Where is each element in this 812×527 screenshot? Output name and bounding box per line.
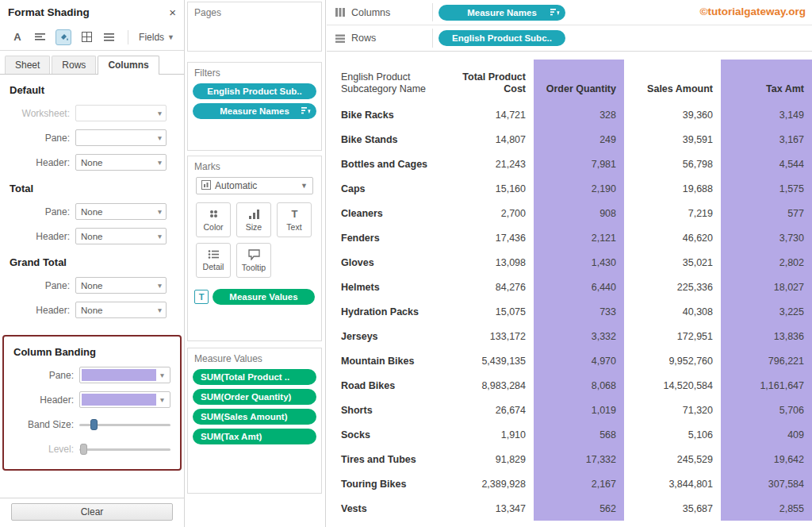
measure-pill-sum-sales-amount[interactable]: SUM(Sales Amount) — [193, 409, 316, 425]
toolbar-divider — [128, 30, 128, 44]
cards-column: Pages Filters English Product Sub..Measu… — [185, 0, 326, 527]
mark-type-dropdown[interactable]: Automatic ▼ — [196, 177, 313, 194]
borders-icon[interactable] — [79, 29, 94, 45]
table-row: Helmets84,2766,440225,33618,027 — [327, 275, 812, 299]
measure-pill-sum-total-product[interactable]: SUM(Total Product .. — [193, 369, 316, 385]
banding-header-color-dropdown[interactable]: ▼ — [79, 391, 170, 408]
format-body: DefaultWorksheet:▼Pane:▼Header:None▼Tota… — [0, 75, 184, 471]
shelf-pill-measure-names[interactable]: Measure Names — [439, 5, 565, 21]
table-row: Touring Bikes2,389,9282,1673,844,801307,… — [327, 471, 812, 496]
shelf-divider — [432, 29, 433, 48]
mark-type-icon — [201, 179, 211, 193]
cell-order-quantity: 908 — [534, 201, 624, 225]
dropdown-value: None — [76, 207, 154, 217]
format-field-row: Pane:None▼ — [0, 273, 184, 298]
tab-sheet[interactable]: Sheet — [5, 56, 50, 74]
filter-pill-english-product-sub[interactable]: English Product Sub.. — [193, 83, 316, 99]
grand-total-pane-dropdown[interactable]: None▼ — [75, 277, 167, 294]
measure-values-pills: SUM(Total Product ..SUM(Order Quantity)S… — [188, 367, 321, 450]
cell-order-quantity: 328 — [534, 102, 624, 127]
cell-sales-amount: 14,520,584 — [624, 373, 721, 398]
pill-label: English Product Sub.. — [207, 87, 301, 96]
format-footer: Clear — [0, 498, 184, 527]
tab-rows[interactable]: Rows — [52, 56, 96, 74]
cell-total-product-cost: 84,276 — [446, 275, 534, 299]
total-header-dropdown[interactable]: None▼ — [75, 228, 167, 244]
total-pane-dropdown[interactable]: None▼ — [75, 203, 167, 220]
color-swatch — [82, 394, 156, 406]
cell-order-quantity: 7,981 — [534, 152, 624, 176]
cell-tax-amt: 18,027 — [721, 275, 812, 299]
filters-pills: English Product Sub..Measure Names — [188, 82, 321, 125]
cell-sales-amount: 3,844,801 — [624, 471, 721, 496]
band-size-slider[interactable] — [79, 418, 170, 431]
cell-total-product-cost: 13,347 — [446, 496, 534, 521]
columns-shelf-pills: Measure Names — [439, 5, 565, 21]
cell-order-quantity: 8,068 — [534, 373, 624, 398]
format-panel-header: Format Shading × — [0, 0, 184, 24]
alignment-icon[interactable] — [33, 29, 48, 45]
cell-tax-amt: 3,167 — [721, 127, 812, 152]
pill-label: SUM(Order Quantity) — [201, 392, 291, 402]
grand-total-header-dropdown[interactable]: None▼ — [75, 302, 167, 318]
chevron-down-icon: ▼ — [154, 233, 166, 240]
cell-total-product-cost: 2,700 — [446, 201, 534, 225]
table-row: Shorts26,6741,01971,3205,706 — [327, 398, 812, 422]
clear-button[interactable]: Clear — [11, 503, 173, 521]
dropdown-value: None — [76, 232, 154, 241]
cell-sales-amount: 56,798 — [624, 152, 721, 176]
banding-pane-color-dropdown[interactable]: ▼ — [79, 367, 170, 383]
cell-tax-amt: 5,706 — [721, 398, 812, 422]
level-slider[interactable] — [79, 443, 170, 456]
measure-values-pill[interactable]: Measure Values — [213, 289, 315, 305]
default-pane-dropdown[interactable]: ▼ — [75, 129, 167, 146]
format-section-default: DefaultWorksheet:▼Pane:▼Header:None▼ — [0, 76, 184, 175]
shelf-pill-english-product-subc[interactable]: English Product Subc.. — [439, 30, 565, 46]
detail-button[interactable]: Detail — [196, 243, 231, 278]
color-button[interactable]: Color — [196, 202, 231, 237]
shading-icon[interactable] — [56, 29, 71, 45]
row-label: Caps — [327, 176, 446, 201]
filter-pill-measure-names[interactable]: Measure Names — [193, 103, 316, 119]
fields-dropdown[interactable]: Fields ▼ — [139, 32, 174, 43]
table-row: Bottles and Cages21,2437,98156,7984,544 — [327, 152, 812, 176]
text-button[interactable]: TText — [277, 202, 312, 237]
font-format-icon[interactable]: A — [10, 29, 25, 45]
row-label: Jerseys — [327, 324, 446, 348]
chevron-down-icon: ▼ — [167, 33, 174, 41]
worksheet-area: Columns Measure Names ©tutorialgateway.o… — [327, 0, 812, 527]
default-worksheet-dropdown[interactable]: ▼ — [75, 105, 167, 121]
color-swatch — [82, 369, 156, 381]
measure-pill-sum-order-quantity[interactable]: SUM(Order Quantity) — [193, 389, 316, 405]
field-label: Pane: — [0, 133, 75, 144]
cell-total-product-cost: 14,807 — [446, 127, 534, 152]
cell-sales-amount: 35,021 — [624, 250, 721, 275]
slider-handle[interactable] — [80, 444, 87, 455]
cell-sales-amount: 9,952,760 — [624, 348, 721, 373]
cell-order-quantity: 1,019 — [534, 398, 624, 422]
field-label: Pane: — [0, 280, 75, 291]
row-label: Bike Stands — [327, 127, 446, 152]
format-sections: DefaultWorksheet:▼Pane:▼Header:None▼Tota… — [0, 76, 184, 322]
slider-handle[interactable] — [90, 419, 98, 430]
marks-pill-row: T Measure Values — [188, 279, 321, 305]
lines-icon[interactable] — [102, 29, 117, 45]
tab-columns[interactable]: Columns — [98, 56, 159, 75]
cell-order-quantity: 562 — [534, 496, 624, 521]
pill-label: English Product Subc.. — [452, 33, 552, 43]
default-header-dropdown[interactable]: None▼ — [75, 154, 167, 171]
slider-track — [79, 448, 170, 451]
column-header-sales-amount: Sales Amount — [624, 60, 721, 102]
text-mark-icon: T — [194, 290, 209, 304]
data-table: English Product Subcategory NameTotal Pr… — [327, 52, 812, 527]
tooltip-button[interactable]: Tooltip — [236, 243, 271, 278]
size-button[interactable]: Size — [236, 202, 271, 237]
table-row: Tires and Tubes91,82917,332245,52919,642 — [327, 447, 812, 471]
format-field-row: Pane:▼ — [4, 363, 180, 387]
close-icon[interactable]: × — [169, 6, 176, 18]
chevron-down-icon: ▼ — [154, 306, 166, 314]
columns-shelf-label: Columns — [351, 7, 390, 18]
row-label: Mountain Bikes — [327, 348, 446, 373]
measure-pill-sum-tax-amt[interactable]: SUM(Tax Amt) — [193, 429, 316, 444]
cell-order-quantity: 2,190 — [534, 176, 624, 201]
